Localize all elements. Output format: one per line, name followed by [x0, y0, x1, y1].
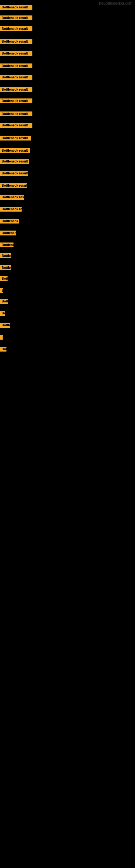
bottleneck-badge-17[interactable]: Bottleneck result: [0, 195, 24, 199]
bottleneck-badge-5[interactable]: Bottleneck result: [0, 51, 32, 56]
bottleneck-badge-27[interactable]: Bo: [0, 311, 5, 316]
bottleneck-badge-2[interactable]: Bottleneck result: [0, 16, 32, 20]
bottleneck-badge-14[interactable]: Bottleneck result: [0, 159, 29, 164]
bottleneck-badge-6[interactable]: Bottleneck result: [0, 63, 32, 68]
bottleneck-badge-3[interactable]: Bottleneck result: [0, 26, 32, 31]
bottleneck-badge-21[interactable]: Bottlenec: [0, 243, 13, 247]
bottleneck-badge-10[interactable]: Bottleneck result: [0, 112, 32, 116]
bottleneck-badge-16[interactable]: Bottleneck result: [0, 183, 27, 188]
bottleneck-badge-18[interactable]: Bottleneck result: [0, 207, 21, 212]
bottleneck-badge-7[interactable]: Bottleneck result: [0, 75, 32, 80]
bottleneck-badge-4[interactable]: Bottleneck result: [0, 39, 32, 44]
bottleneck-badge-24[interactable]: Bott: [0, 276, 8, 281]
bottleneck-badge-28[interactable]: Bottler: [0, 323, 10, 328]
bottleneck-badge-15[interactable]: Bottleneck result: [0, 171, 28, 176]
bottleneck-badge-23[interactable]: Bottlenec: [0, 265, 11, 270]
bottleneck-badge-9[interactable]: Bottleneck result: [0, 98, 32, 103]
bottleneck-badge-30[interactable]: Bot: [0, 347, 6, 351]
bottleneck-badge-11[interactable]: Bottleneck result: [0, 123, 32, 128]
bottleneck-badge-12[interactable]: Bottleneck result: [0, 135, 31, 141]
bottleneck-badge-13[interactable]: Bottleneck result: [0, 148, 30, 153]
bottleneck-badge-19[interactable]: Bottleneck result: [0, 219, 19, 223]
bottleneck-badge-20[interactable]: Bottleneck result: [0, 230, 16, 236]
bottleneck-badge-1[interactable]: Bottleneck result: [0, 5, 32, 10]
bottleneck-badge-22[interactable]: Bottle: [0, 253, 11, 258]
bottleneck-badge-8[interactable]: Bottleneck result: [0, 87, 32, 92]
bottleneck-badge-25[interactable]: B: [0, 288, 3, 293]
bottleneck-badge-29[interactable]: |: [0, 335, 3, 340]
site-title: TheBottlenecker.com: [97, 0, 132, 6]
bottleneck-badge-26[interactable]: Bott: [0, 299, 8, 304]
